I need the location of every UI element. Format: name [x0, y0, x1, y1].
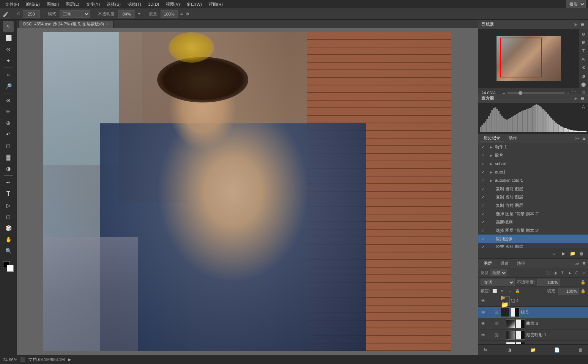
canvas-tab-close[interactable]: ×	[106, 22, 109, 26]
menu-item-select[interactable]: 选择(S)	[104, 1, 124, 8]
eyedropper-tool[interactable]: 🔎	[3, 81, 14, 91]
paths-tab[interactable]: 路径	[513, 260, 529, 267]
layers-icon-btn[interactable]: ⊞	[580, 39, 587, 46]
flow-input[interactable]	[161, 10, 178, 18]
layer-eye-group5[interactable]: 👁	[480, 309, 487, 316]
lock-position-btn[interactable]: ↔	[507, 288, 513, 294]
settings-icon[interactable]: ⚙	[580, 30, 587, 38]
fx-button[interactable]: fx	[481, 346, 490, 354]
layers-menu-btn[interactable]: ☰	[581, 261, 586, 266]
history-item-sel1[interactable]: ✓ 选择 图层 "背景 副本 2"	[478, 210, 588, 218]
zoom-tool[interactable]: 🔍	[3, 246, 14, 256]
menu-item-type[interactable]: 文字(Y)	[83, 1, 103, 8]
history-item-action1[interactable]: ✓ ▶ 动作 1	[478, 143, 588, 151]
layer-chain-curves6[interactable]: ⛓	[494, 320, 500, 327]
filter-pixel-icon[interactable]: ⬛	[545, 270, 551, 276]
workspace-select[interactable]: 摄影	[566, 0, 586, 8]
histogram-header[interactable]: 直方图 ≫ ☰	[478, 94, 588, 103]
history-tab[interactable]: 历史记录	[480, 134, 504, 142]
menu-item-edit[interactable]: 编辑(E)	[23, 1, 43, 8]
rectangle-tool[interactable]: ◻	[3, 211, 14, 222]
channels-tab[interactable]: 通道	[497, 260, 512, 267]
magic-wand-tool[interactable]: ✦	[3, 55, 14, 66]
opacity-lock-icon[interactable]: 🔒	[580, 280, 586, 285]
hand-tool[interactable]: ✋	[3, 234, 14, 245]
new-layer-btn[interactable]: 📄	[553, 346, 561, 354]
mode-select[interactable]: 正常	[60, 10, 90, 18]
channel-icon-btn[interactable]: ◑	[580, 72, 587, 80]
foreground-background-colors[interactable]	[3, 261, 14, 272]
history-list[interactable]: ✓ ▶ 动作 1 ✓ ▶ 胶片 ✓ ▶ scharf ✓ ▶ auto1	[478, 143, 588, 248]
delete-layer-btn[interactable]: 🗑	[577, 346, 585, 354]
history-item-dup3[interactable]: ✓ 复制 当前 图层	[478, 201, 588, 210]
move-tool[interactable]: ↖	[3, 21, 14, 32]
eraser-tool[interactable]: ◻	[3, 140, 14, 151]
histogram-expand[interactable]: ≫	[573, 96, 578, 101]
history-item-autoskin[interactable]: ✓ ▶ autoskin color1	[478, 176, 588, 184]
history-item-auto1[interactable]: ✓ ▶ auto1	[478, 168, 588, 176]
layer-row-group5[interactable]: 👁 ⛓ 组 5	[478, 307, 588, 318]
history-folder-btn[interactable]: 📁	[569, 250, 576, 257]
layer-chain-group5[interactable]: ⛓	[494, 309, 500, 316]
clone-stamp-tool[interactable]: ⊕	[3, 118, 14, 128]
type-icon-btn[interactable]: T	[580, 47, 587, 55]
filter-shape-icon[interactable]: ▲	[567, 270, 573, 276]
layer-eye-gradmap1[interactable]: 👁	[480, 332, 487, 339]
navigator-preview[interactable]	[478, 29, 579, 88]
layer-chain-gradmap1[interactable]: ⛓	[494, 332, 500, 339]
opacity-input[interactable]	[118, 10, 135, 18]
filter-adjustment-icon[interactable]: ◑	[552, 270, 558, 276]
spot-heal-tool[interactable]: ⊛	[3, 95, 14, 106]
ai-icon-btn[interactable]: Ai	[580, 55, 587, 63]
add-mask-btn[interactable]: ◑	[505, 346, 514, 354]
history-item-scharf[interactable]: ✓ ▶ scharf	[478, 159, 588, 168]
lock-all-btn[interactable]: 🔒	[514, 288, 520, 294]
path-select-tool[interactable]: ▷	[3, 200, 14, 211]
lock-image-btn[interactable]: ✏	[499, 288, 505, 294]
history-delete-btn[interactable]: 🗑	[578, 250, 585, 257]
brush-size-input[interactable]	[23, 10, 40, 18]
blend-mode-select[interactable]: 穿透	[481, 279, 515, 286]
layer-eye-group4[interactable]: 👁	[480, 298, 487, 304]
layers-list[interactable]: 👁 ▶ 📁 组 4 👁 ⛓ 组 5	[478, 295, 588, 344]
type-tool[interactable]: T	[3, 189, 14, 199]
status-arrow-btn[interactable]: ▶	[68, 357, 71, 362]
background-color[interactable]	[7, 265, 14, 272]
actions-tab[interactable]: 动作	[505, 134, 521, 142]
filter-type-select[interactable]: 类型	[490, 269, 507, 276]
3d-tool[interactable]: 🎲	[3, 223, 14, 233]
navigator-header[interactable]: 导航器 ≫ ☰	[478, 20, 588, 29]
filter-type-icon[interactable]: T	[560, 270, 566, 276]
menu-item-view[interactable]: 视图(V)	[163, 1, 183, 8]
opacity-value-input[interactable]	[537, 279, 560, 286]
menu-item-file[interactable]: 文件(F)	[2, 1, 22, 8]
navigator-menu[interactable]: ☰	[580, 22, 585, 27]
canvas-tab-main[interactable]: DSC_4554.psd @ 24.7% (组 5, 图层蒙版/8) ×	[18, 20, 114, 28]
mask-icon-btn[interactable]: ⬤	[580, 80, 587, 88]
rectangular-marquee-tool[interactable]: ⬜	[3, 33, 14, 43]
navigator-expand[interactable]: ≫	[573, 22, 578, 27]
menu-item-layer[interactable]: 图层(L)	[63, 1, 82, 8]
layer-row-gradmap1[interactable]: 👁 ⛓ 渐变映射 1	[478, 329, 588, 341]
layer-row-curves6[interactable]: 👁 ⛓ 曲线 6	[478, 318, 588, 329]
history-brush-tool[interactable]: ↶	[3, 129, 14, 140]
layers-expand-btn[interactable]: ≫	[574, 261, 580, 266]
layers-tab[interactable]: 图层	[480, 260, 496, 267]
history-item-film[interactable]: ✓ ▶ 胶片	[478, 151, 588, 159]
history-item-sel2[interactable]: ✓ 选择 图层 "背景 副本 3"	[478, 226, 588, 235]
menu-item-image[interactable]: 图像(I)	[44, 1, 62, 8]
gradient-tool[interactable]: ▓	[3, 152, 14, 162]
pen-tool[interactable]: ✒	[3, 177, 14, 188]
menu-item-window[interactable]: 窗口(W)	[184, 1, 205, 8]
canvas-content[interactable]	[17, 28, 478, 355]
history-snapshot-btn[interactable]: ○	[551, 250, 558, 257]
layer-row-vibrance2[interactable]: 👁 ⛓ 自然饱和度 2	[478, 341, 588, 344]
lock-transparent-btn[interactable]: ⬜	[492, 288, 498, 294]
history-play-btn[interactable]: ▶	[560, 250, 567, 257]
menu-item-3d[interactable]: 3D(D)	[145, 1, 162, 7]
history-menu-btn[interactable]: ☰	[581, 136, 586, 141]
layer-eye-curves6[interactable]: 👁	[480, 320, 487, 327]
zoom-slider[interactable]	[507, 92, 564, 94]
lasso-tool[interactable]: ⊙	[3, 44, 14, 55]
histogram-menu[interactable]: ☰	[580, 96, 585, 101]
